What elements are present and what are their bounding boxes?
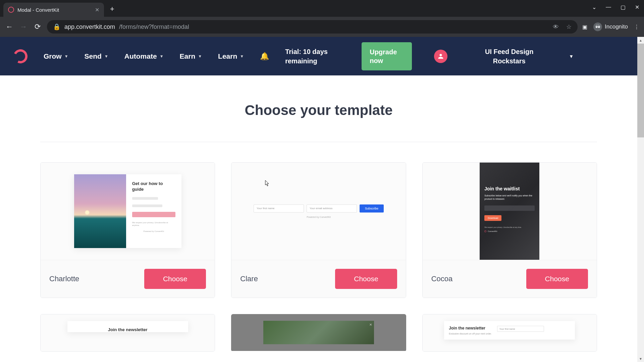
url-path: /forms/new?format=modal — [119, 23, 189, 31]
chevron-down-icon: ▼ — [104, 54, 108, 59]
address-bar[interactable]: 🔒 app.convertkit.com/forms/new?format=mo… — [47, 20, 578, 34]
preview-note: We respect your privacy. Unsubscribe at … — [132, 221, 175, 227]
window-controls: ⌄ — ▢ ✕ — [592, 4, 639, 10]
eye-off-icon[interactable]: 👁 — [553, 23, 559, 31]
preview-input: Your first name — [497, 326, 544, 332]
close-window-icon[interactable]: ✕ — [635, 4, 639, 10]
choose-button[interactable]: Choose — [144, 269, 206, 289]
maximize-icon[interactable]: ▢ — [621, 4, 626, 10]
nav-learn[interactable]: Learn▼ — [218, 52, 244, 60]
convertkit-logo-icon — [484, 230, 486, 232]
preview-image — [74, 174, 126, 248]
preview-powered: Powered by ConvertKit — [252, 216, 386, 218]
nav-label: Earn — [180, 52, 196, 60]
trial-status: Trial: 10 days remaining — [285, 47, 345, 66]
browser-tab[interactable]: Modal - ConvertKit ✕ — [3, 3, 104, 17]
chevron-down-icon[interactable]: ▼ — [569, 54, 574, 59]
upgrade-button[interactable]: Upgrade now — [362, 42, 412, 70]
nav-label: Grow — [44, 52, 62, 60]
incognito-icon: 🕶 — [593, 22, 602, 31]
preview-input — [132, 204, 162, 207]
nav-grow[interactable]: Grow▼ — [44, 52, 68, 60]
template-preview[interactable]: Join the waitlist Subscribe below and we… — [423, 163, 597, 260]
lock-icon: 🔒 — [53, 23, 60, 31]
app-navbar: Grow▼ Send▼ Automate▼ Earn▼ Learn▼ 🔔 Tri… — [0, 37, 637, 75]
preview-button — [132, 212, 175, 217]
preview-subtext: Exclusive discount on off your next orde… — [449, 333, 492, 335]
template-card: Join the newsletter Exclusive discount o… — [422, 314, 597, 352]
choose-button[interactable]: Choose — [335, 269, 397, 289]
avatar[interactable] — [434, 50, 447, 63]
favicon-icon — [8, 7, 14, 13]
chevron-down-icon: ▼ — [64, 54, 68, 59]
template-card: Join the newsletter — [40, 314, 215, 352]
preview-heading: Join the waitlist — [484, 186, 535, 191]
scrollbar[interactable]: ▲ ▼ — [637, 37, 644, 362]
preview-input: Your first name — [254, 204, 304, 213]
incognito-badge[interactable]: 🕶 Incognito — [593, 22, 628, 31]
template-preview[interactable]: ✕ — [231, 314, 406, 351]
star-icon[interactable]: ☆ — [566, 23, 572, 31]
convertkit-logo-icon[interactable] — [11, 47, 30, 65]
minimize-icon[interactable]: — — [606, 4, 611, 10]
preview-button: Download — [484, 215, 501, 221]
chevron-down-icon: ▼ — [160, 54, 164, 59]
preview-heading: Get our how to guide — [132, 181, 175, 192]
nav-earn[interactable]: Earn▼ — [180, 52, 202, 60]
preview-button: Subscribe — [360, 204, 384, 213]
template-preview[interactable]: Join the newsletter Exclusive discount o… — [423, 314, 597, 351]
nav-label: Learn — [218, 52, 237, 60]
chevron-down-icon: ▼ — [240, 54, 244, 59]
scroll-up-icon[interactable]: ▲ — [637, 37, 644, 44]
template-name: Clare — [240, 275, 258, 283]
close-icon: ✕ — [369, 323, 372, 326]
reload-button[interactable]: ⟳ — [33, 22, 42, 31]
preview-heading: Join the newsletter — [449, 326, 492, 330]
preview-heading: Join the newsletter — [67, 327, 188, 332]
account-name: UI Feed Design Rockstars — [476, 47, 543, 66]
nav-send[interactable]: Send▼ — [85, 52, 108, 60]
nav-label: Send — [85, 52, 102, 60]
choose-button[interactable]: Choose — [526, 269, 588, 289]
side-panel-icon[interactable]: ▣ — [582, 24, 587, 30]
page-title: Choose your template — [40, 102, 597, 118]
template-grid: Get our how to guide We respect your pri… — [40, 162, 597, 352]
template-card: ✕ — [231, 314, 406, 352]
browser-tab-strip: Modal - ConvertKit ✕ + ⌄ — ▢ ✕ — [0, 0, 644, 17]
back-button[interactable]: ← — [5, 22, 14, 31]
template-preview[interactable]: Your first name Your email address Subsc… — [231, 163, 406, 260]
template-card-clare: Your first name Your email address Subsc… — [231, 162, 406, 298]
bell-icon[interactable]: 🔔 — [260, 52, 269, 61]
template-preview[interactable]: Get our how to guide We respect your pri… — [41, 163, 215, 260]
template-preview[interactable]: Join the newsletter — [41, 314, 215, 351]
template-name: Charlotte — [49, 275, 79, 283]
preview-input — [484, 205, 535, 211]
template-name: Cocoa — [431, 275, 453, 283]
nav-label: Automate — [124, 52, 157, 60]
chevron-down-icon: ▼ — [198, 54, 202, 59]
template-card-cocoa: Join the waitlist Subscribe below and we… — [422, 162, 597, 298]
scroll-down-icon[interactable]: ▼ — [637, 355, 644, 362]
url-domain: app.convertkit.com — [64, 23, 115, 31]
preview-brand: ConvertKit — [484, 230, 535, 232]
incognito-label: Incognito — [605, 23, 628, 30]
preview-input: Your email address — [307, 204, 357, 213]
preview-powered: Powered by ConvertKit — [132, 230, 175, 232]
main-content: Choose your template Get our how to guid… — [0, 75, 637, 352]
browser-toolbar: ← → ⟳ 🔒 app.convertkit.com/forms/new?for… — [0, 17, 644, 37]
nav-automate[interactable]: Automate▼ — [124, 52, 164, 60]
tab-title: Modal - ConvertKit — [17, 7, 59, 13]
scroll-thumb[interactable] — [637, 44, 644, 137]
new-tab-button[interactable]: + — [110, 5, 114, 13]
forward-button[interactable]: → — [19, 22, 28, 31]
preview-subtext: Subscribe below and we'll notify you whe… — [484, 194, 535, 201]
template-card-charlotte: Get our how to guide We respect your pri… — [40, 162, 215, 298]
preview-input — [132, 197, 158, 200]
preview-note: We respect your privacy. Unsubscribe at … — [484, 226, 535, 228]
caret-down-icon[interactable]: ⌄ — [592, 4, 596, 10]
close-tab-icon[interactable]: ✕ — [95, 7, 99, 13]
divider — [40, 142, 597, 142]
kebab-menu-icon[interactable]: ⋮ — [634, 24, 639, 30]
user-icon — [437, 53, 444, 60]
